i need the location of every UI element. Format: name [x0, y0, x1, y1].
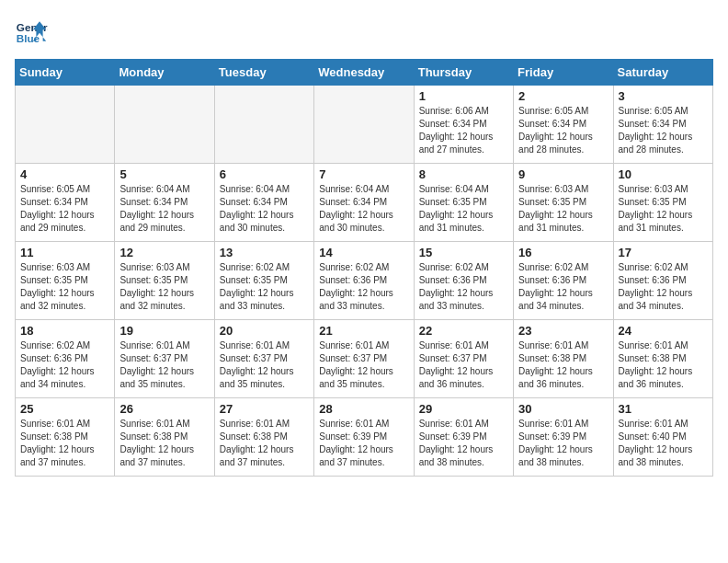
logo-icon: General Blue [15, 15, 48, 48]
calendar-day-cell: 29Sunrise: 6:01 AMSunset: 6:39 PMDayligh… [414, 398, 513, 477]
calendar-day-cell: 8Sunrise: 6:04 AMSunset: 6:35 PMDaylight… [414, 164, 513, 242]
day-info: Sunrise: 6:02 AMSunset: 6:35 PMDaylight:… [220, 261, 309, 313]
calendar-day-cell: 17Sunrise: 6:02 AMSunset: 6:36 PMDayligh… [613, 242, 712, 320]
day-info: Sunrise: 6:02 AMSunset: 6:36 PMDaylight:… [20, 339, 109, 391]
day-number: 19 [119, 324, 209, 338]
calendar-day-cell: 2Sunrise: 6:05 AMSunset: 6:34 PMDaylight… [514, 86, 613, 164]
day-info: Sunrise: 6:04 AMSunset: 6:34 PMDaylight:… [119, 183, 209, 235]
day-number: 23 [518, 324, 608, 338]
day-info: Sunrise: 6:01 AMSunset: 6:39 PMDaylight:… [319, 418, 408, 469]
day-number: 26 [119, 402, 209, 416]
day-number: 2 [518, 89, 608, 103]
day-number: 7 [319, 167, 408, 181]
day-info: Sunrise: 6:04 AMSunset: 6:34 PMDaylight:… [319, 183, 408, 235]
calendar-day-cell [16, 86, 115, 164]
day-number: 11 [20, 246, 109, 259]
calendar-day-cell: 23Sunrise: 6:01 AMSunset: 6:38 PMDayligh… [514, 320, 613, 398]
day-info: Sunrise: 6:02 AMSunset: 6:36 PMDaylight:… [419, 261, 508, 313]
day-info: Sunrise: 6:03 AMSunset: 6:35 PMDaylight:… [619, 183, 708, 235]
day-number: 3 [619, 89, 708, 103]
calendar-day-cell: 13Sunrise: 6:02 AMSunset: 6:35 PMDayligh… [214, 242, 313, 320]
calendar-day-cell: 27Sunrise: 6:01 AMSunset: 6:38 PMDayligh… [214, 398, 313, 477]
calendar-day-cell: 14Sunrise: 6:02 AMSunset: 6:36 PMDayligh… [314, 242, 414, 320]
day-info: Sunrise: 6:01 AMSunset: 6:37 PMDaylight:… [419, 339, 508, 391]
day-info: Sunrise: 6:01 AMSunset: 6:39 PMDaylight:… [419, 418, 508, 469]
calendar-day-cell: 16Sunrise: 6:02 AMSunset: 6:36 PMDayligh… [514, 242, 613, 320]
calendar-day-cell: 31Sunrise: 6:01 AMSunset: 6:40 PMDayligh… [613, 398, 712, 477]
day-info: Sunrise: 6:01 AMSunset: 6:38 PMDaylight:… [619, 339, 708, 391]
calendar-day-cell: 4Sunrise: 6:05 AMSunset: 6:34 PMDaylight… [16, 164, 115, 242]
day-number: 20 [220, 324, 309, 338]
day-info: Sunrise: 6:03 AMSunset: 6:35 PMDaylight:… [518, 183, 608, 235]
day-number: 28 [319, 402, 408, 416]
day-info: Sunrise: 6:01 AMSunset: 6:38 PMDaylight:… [20, 418, 109, 469]
calendar-day-cell: 26Sunrise: 6:01 AMSunset: 6:38 PMDayligh… [115, 398, 214, 477]
day-info: Sunrise: 6:01 AMSunset: 6:37 PMDaylight:… [220, 339, 309, 391]
day-number: 24 [619, 324, 708, 338]
day-info: Sunrise: 6:05 AMSunset: 6:34 PMDaylight:… [619, 105, 708, 156]
day-info: Sunrise: 6:03 AMSunset: 6:35 PMDaylight:… [20, 261, 109, 313]
calendar-day-cell: 7Sunrise: 6:04 AMSunset: 6:34 PMDaylight… [314, 164, 414, 242]
calendar-week-row: 18Sunrise: 6:02 AMSunset: 6:36 PMDayligh… [16, 320, 713, 398]
calendar-week-row: 4Sunrise: 6:05 AMSunset: 6:34 PMDaylight… [16, 164, 713, 242]
calendar-day-cell: 9Sunrise: 6:03 AMSunset: 6:35 PMDaylight… [514, 164, 613, 242]
day-of-week-header: Saturday [613, 60, 712, 86]
day-number: 31 [619, 402, 708, 416]
day-info: Sunrise: 6:02 AMSunset: 6:36 PMDaylight:… [518, 261, 608, 313]
calendar-day-cell: 24Sunrise: 6:01 AMSunset: 6:38 PMDayligh… [613, 320, 712, 398]
calendar-day-cell [314, 86, 414, 164]
calendar-day-cell: 6Sunrise: 6:04 AMSunset: 6:34 PMDaylight… [214, 164, 313, 242]
day-number: 10 [619, 167, 708, 181]
day-info: Sunrise: 6:01 AMSunset: 6:40 PMDaylight:… [619, 418, 708, 469]
day-number: 15 [419, 246, 508, 259]
calendar-day-cell: 30Sunrise: 6:01 AMSunset: 6:39 PMDayligh… [514, 398, 613, 477]
day-info: Sunrise: 6:04 AMSunset: 6:35 PMDaylight:… [419, 183, 508, 235]
day-number: 16 [518, 246, 608, 259]
day-number: 6 [220, 167, 309, 181]
day-number: 27 [220, 402, 309, 416]
day-number: 1 [419, 89, 508, 103]
day-info: Sunrise: 6:05 AMSunset: 6:34 PMDaylight:… [518, 105, 608, 156]
calendar-day-cell: 22Sunrise: 6:01 AMSunset: 6:37 PMDayligh… [414, 320, 513, 398]
day-info: Sunrise: 6:05 AMSunset: 6:34 PMDaylight:… [20, 183, 109, 235]
day-of-week-header: Monday [115, 60, 214, 86]
calendar-day-cell: 5Sunrise: 6:04 AMSunset: 6:34 PMDaylight… [115, 164, 214, 242]
calendar-day-cell: 1Sunrise: 6:06 AMSunset: 6:34 PMDaylight… [414, 86, 513, 164]
day-number: 14 [319, 246, 408, 259]
calendar-day-cell: 21Sunrise: 6:01 AMSunset: 6:37 PMDayligh… [314, 320, 414, 398]
day-of-week-header: Tuesday [214, 60, 313, 86]
day-number: 25 [20, 402, 109, 416]
day-info: Sunrise: 6:01 AMSunset: 6:38 PMDaylight:… [119, 418, 209, 469]
calendar-table: SundayMondayTuesdayWednesdayThursdayFrid… [15, 59, 713, 477]
day-number: 17 [619, 246, 708, 259]
calendar-day-cell: 18Sunrise: 6:02 AMSunset: 6:36 PMDayligh… [16, 320, 115, 398]
day-of-week-header: Friday [514, 60, 613, 86]
day-info: Sunrise: 6:01 AMSunset: 6:39 PMDaylight:… [518, 418, 608, 469]
calendar-day-cell: 10Sunrise: 6:03 AMSunset: 6:35 PMDayligh… [613, 164, 712, 242]
day-info: Sunrise: 6:01 AMSunset: 6:37 PMDaylight:… [319, 339, 408, 391]
day-info: Sunrise: 6:01 AMSunset: 6:38 PMDaylight:… [518, 339, 608, 391]
day-info: Sunrise: 6:06 AMSunset: 6:34 PMDaylight:… [419, 105, 508, 156]
day-number: 22 [419, 324, 508, 338]
day-number: 21 [319, 324, 408, 338]
calendar-day-cell [115, 86, 214, 164]
day-info: Sunrise: 6:01 AMSunset: 6:37 PMDaylight:… [119, 339, 209, 391]
calendar-day-cell: 12Sunrise: 6:03 AMSunset: 6:35 PMDayligh… [115, 242, 214, 320]
day-number: 5 [119, 167, 209, 181]
day-of-week-header: Wednesday [314, 60, 414, 86]
calendar-day-cell [214, 86, 313, 164]
day-info: Sunrise: 6:02 AMSunset: 6:36 PMDaylight:… [319, 261, 408, 313]
day-number: 8 [419, 167, 508, 181]
calendar-day-cell: 28Sunrise: 6:01 AMSunset: 6:39 PMDayligh… [314, 398, 414, 477]
day-info: Sunrise: 6:03 AMSunset: 6:35 PMDaylight:… [119, 261, 209, 313]
calendar-day-cell: 25Sunrise: 6:01 AMSunset: 6:38 PMDayligh… [16, 398, 115, 477]
day-number: 13 [220, 246, 309, 259]
day-number: 12 [119, 246, 209, 259]
logo: General Blue [15, 15, 48, 48]
day-info: Sunrise: 6:01 AMSunset: 6:38 PMDaylight:… [220, 418, 309, 469]
day-number: 29 [419, 402, 508, 416]
day-of-week-header: Thursday [414, 60, 513, 86]
page-header: General Blue [15, 15, 713, 48]
calendar-week-row: 11Sunrise: 6:03 AMSunset: 6:35 PMDayligh… [16, 242, 713, 320]
day-info: Sunrise: 6:04 AMSunset: 6:34 PMDaylight:… [220, 183, 309, 235]
